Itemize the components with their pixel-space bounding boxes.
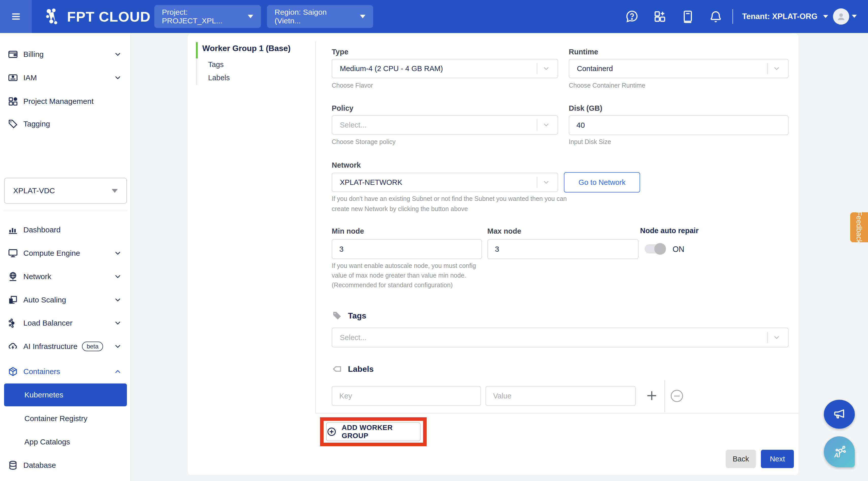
subnav-item-labels[interactable]: Labels: [208, 73, 230, 82]
select-divider: [767, 63, 768, 74]
label-outline-icon: [332, 364, 342, 374]
subnav-divider: [315, 42, 316, 413]
tenant-selector[interactable]: Tenant: XPLAT-ORG: [742, 0, 828, 33]
header-divider: [733, 9, 733, 24]
ai-assistant-button[interactable]: AI: [824, 436, 855, 467]
chevron-down-icon: [773, 334, 780, 341]
sidebar-item-iam[interactable]: IAM: [0, 66, 131, 89]
add-worker-group-button[interactable]: ADD WORKER GROUP: [326, 422, 421, 441]
chevron-down-icon: [114, 342, 122, 351]
sidebar-item-billing[interactable]: Billing: [0, 43, 131, 66]
brand-logo[interactable]: FPT CLOUD: [43, 0, 151, 33]
vdc-selector-value: XPLAT-VDC: [13, 186, 55, 195]
subnav-item-tags[interactable]: Tags: [208, 60, 224, 69]
sidebar-item-project-management[interactable]: Project Management: [0, 90, 131, 113]
hamburger-icon: [10, 11, 22, 22]
sidebar-item-label: Dashboard: [23, 226, 61, 234]
sidebar-item-compute-engine[interactable]: Compute Engine: [0, 242, 131, 265]
chevron-down-icon: [542, 65, 550, 72]
add-worker-group-label: ADD WORKER GROUP: [342, 424, 420, 440]
max-node-input[interactable]: [487, 239, 639, 259]
label-key-input[interactable]: [332, 386, 481, 406]
sidebar-item-app-catalogs[interactable]: App Catalogs: [0, 430, 131, 454]
chevron-down-icon: [114, 296, 122, 304]
runtime-label: Runtime: [569, 48, 598, 56]
sidebar-item-database-platform[interactable]: Database Platform: [0, 477, 131, 481]
nodes-icon: [8, 318, 18, 328]
sidebar-item-network[interactable]: Network: [0, 265, 131, 288]
sidebar-item-label: Containers: [23, 367, 60, 376]
grid-icon: [8, 96, 18, 107]
type-label: Type: [332, 48, 348, 56]
chevron-down-icon: [542, 121, 550, 129]
caret-down-icon[interactable]: [852, 15, 857, 18]
logo-text: FPT CLOUD: [67, 8, 151, 25]
back-button[interactable]: Back: [726, 450, 756, 468]
sidebar-item-container-registry[interactable]: Container Registry: [0, 407, 131, 430]
add-label-row-button[interactable]: [645, 389, 658, 402]
menu-button[interactable]: [0, 0, 32, 33]
cube-icon: [8, 366, 18, 377]
sidebar-item-load-balancer[interactable]: Load Balancer: [0, 311, 131, 335]
sidebar-item-label: AI Infrastructure: [23, 342, 78, 351]
help-chat-icon[interactable]: [625, 9, 639, 24]
bell-icon[interactable]: [709, 9, 723, 24]
globe-icon: [8, 271, 18, 282]
sidebar-item-label: Auto Scaling: [23, 296, 66, 304]
sidebar-item-kubernetes[interactable]: Kubernetes: [4, 384, 127, 406]
worker-group-step[interactable]: Worker Group 1 (Base): [202, 44, 290, 53]
id-card-icon: [8, 72, 18, 83]
tags-select[interactable]: Select...: [332, 328, 788, 348]
user-icon: [836, 11, 846, 22]
policy-select[interactable]: Select...: [332, 115, 558, 134]
min-node-input[interactable]: [332, 239, 482, 259]
sidebar-item-label: Kubernetes: [24, 391, 63, 399]
feedback-label: Feedback: [855, 211, 863, 243]
sidebar-item-auto-scaling[interactable]: Auto Scaling: [0, 288, 131, 311]
sidebar-item-label: Tagging: [23, 120, 50, 128]
feedback-tab[interactable]: Feedback: [850, 212, 868, 242]
tags-section-heading: Tags: [332, 310, 366, 321]
remove-label-row-button[interactable]: [671, 390, 683, 402]
sidebar-item-tagging[interactable]: Tagging: [0, 112, 131, 136]
caret-down-icon: [360, 15, 366, 18]
plus-circle-icon: [327, 427, 337, 437]
node-auto-repair-toggle-knob[interactable]: [654, 243, 666, 255]
beta-badge: beta: [82, 341, 103, 351]
runtime-helper: Choose Container Runtime: [569, 82, 645, 89]
network-helper-line2: create new Network by clicking the butto…: [332, 205, 468, 213]
label-value-input[interactable]: [486, 386, 636, 406]
vdc-selector[interactable]: XPLAT-VDC: [4, 178, 127, 204]
docs-icon[interactable]: [681, 9, 695, 24]
announcement-button[interactable]: [824, 400, 855, 429]
bar-chart-icon: [8, 224, 18, 235]
sidebar-item-database[interactable]: Database: [0, 454, 131, 477]
avatar[interactable]: [833, 8, 849, 25]
sidebar-item-dashboard[interactable]: Dashboard: [0, 218, 131, 242]
disk-helper: Input Disk Size: [569, 138, 611, 146]
policy-helper: Choose Storage policy: [332, 138, 396, 146]
sidebar-item-ai-infrastructure[interactable]: AI Infrastructure beta: [0, 335, 131, 358]
select-divider: [537, 63, 537, 74]
chevron-down-icon: [542, 179, 550, 186]
next-button[interactable]: Next: [761, 450, 794, 468]
project-selector[interactable]: Project: PROJECT_XPL...: [154, 5, 261, 28]
labels-heading-text: Labels: [348, 364, 374, 374]
type-select[interactable]: Medium-4 (2 CPU - 4 GB RAM): [332, 59, 558, 78]
region-selector[interactable]: Region: Saigon (Vietn...: [267, 5, 373, 28]
sidebar-item-label: App Catalogs: [24, 438, 70, 446]
min-node-label: Min node: [332, 227, 364, 235]
tag-icon: [8, 119, 18, 129]
disk-size-input[interactable]: [569, 115, 788, 135]
go-to-network-button[interactable]: Go to Network: [564, 172, 640, 192]
chevron-down-icon: [114, 73, 122, 82]
sidebar-item-containers[interactable]: Containers: [0, 360, 131, 383]
runtime-select[interactable]: Containerd: [569, 59, 788, 78]
network-select[interactable]: XPLAT-NETWORK: [332, 173, 558, 192]
svg-text:AI: AI: [834, 452, 840, 459]
chevron-down-icon: [114, 272, 122, 281]
apps-plus-icon[interactable]: [653, 9, 667, 24]
sidebar-item-label: Network: [23, 272, 51, 281]
node-auto-repair-state: ON: [673, 245, 684, 254]
runtime-select-value: Containerd: [577, 64, 613, 73]
